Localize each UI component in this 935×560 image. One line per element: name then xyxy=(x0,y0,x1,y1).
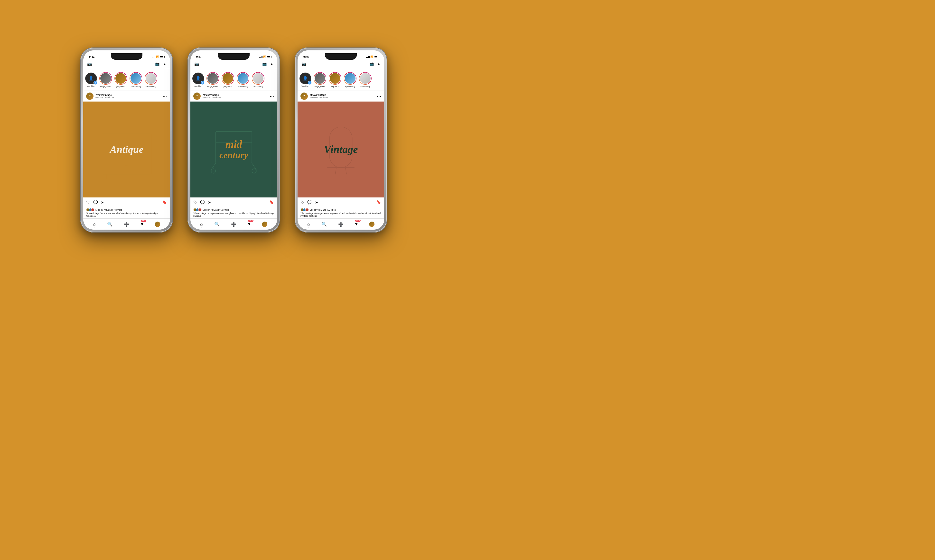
post-actions-3: ♡ 💬 ➤ 🔖 xyxy=(298,197,384,207)
status-icons-3: 📶 xyxy=(366,55,378,58)
send-icon-3[interactable]: ➤ xyxy=(377,62,380,66)
caption-1: 7thavevintage Come in and see what's on … xyxy=(86,212,167,217)
story-spencer-3[interactable]: spencersbg xyxy=(344,72,357,88)
post-text-mid1: mid xyxy=(226,138,242,150)
share-icon-1[interactable]: ➤ xyxy=(101,200,104,204)
comment-icon-2[interactable]: 💬 xyxy=(200,200,205,205)
bookmark-icon-2[interactable]: 🔖 xyxy=(269,200,274,205)
story-helge-3[interactable]: helge_nilsen xyxy=(314,72,326,88)
liked-by-3: Liked by KnE and 455 others xyxy=(310,209,336,211)
nav-heart-wrapper-3[interactable]: ♥ 4 ♥ 3 xyxy=(355,222,358,227)
post-username-1[interactable]: 7thavevintage xyxy=(95,94,161,97)
like-icon-1[interactable]: ♡ xyxy=(86,200,90,205)
bottom-nav-2: ⌂ 🔍 ➕ ♥ 2 ♥ 3 xyxy=(191,218,277,229)
story-label-helge-1: helge_nilsen xyxy=(100,85,111,88)
stories-row-3: 👤 + Your Story helge_nilsen xyxy=(298,69,384,91)
post-more-3[interactable]: ••• xyxy=(377,94,381,98)
nav-search-3[interactable]: 🔍 xyxy=(321,222,327,227)
post-more-2[interactable]: ••• xyxy=(270,94,274,98)
phone-screen-3: 9:45 📶 📷 📺 xyxy=(298,51,384,229)
your-story-1[interactable]: 👤 + Your Story xyxy=(85,72,97,87)
comment-icon-1[interactable]: 💬 xyxy=(93,200,98,205)
story-helge-2[interactable]: helge_nilsen xyxy=(206,72,219,88)
story-label-helge-3: helge_nilsen xyxy=(315,85,326,88)
wifi-3: 📶 xyxy=(371,55,373,58)
time-2: 9:47 xyxy=(196,55,201,58)
story-label-spencer-2: spencersbg xyxy=(238,85,248,88)
bookmark-icon-3[interactable]: 🔖 xyxy=(377,200,381,205)
post-user-info-2: 7thavevintage Nashville, Tennessee xyxy=(203,94,268,98)
story-jesy-2[interactable]: jesy.lee25 xyxy=(221,72,234,88)
comment-icon-3[interactable]: 💬 xyxy=(307,200,312,205)
nav-profile-1[interactable] xyxy=(155,222,160,227)
liked-by-1: Liked by KnE and 674 others xyxy=(95,209,122,211)
igtv-icon-3[interactable]: 📺 xyxy=(369,62,374,66)
stories-row-1: 👤 + Your Story xyxy=(83,69,170,91)
share-icon-2[interactable]: ➤ xyxy=(208,200,211,204)
nav-home-1[interactable]: ⌂ xyxy=(93,222,96,227)
like-icon-3[interactable]: ♡ xyxy=(300,200,304,205)
nav-heart-wrapper-1[interactable]: ♥ 1 ♥ 1 xyxy=(141,222,143,227)
post-actions-1: ♡ 💬 ➤ 🔖 xyxy=(83,197,170,207)
nav-plus-1[interactable]: ➕ xyxy=(124,222,129,227)
phones-container: 9:41 📶 📷 xyxy=(80,48,387,232)
story-jesy-1[interactable]: jesy.lee25 xyxy=(114,72,127,88)
phone-2: 9:47 📶 📷 📺 xyxy=(188,48,280,232)
phone-screen-2: 9:47 📶 📷 📺 xyxy=(191,51,277,229)
nav-search-2[interactable]: 🔍 xyxy=(214,222,220,227)
ig-header-2: 📷 📺 ➤ xyxy=(191,59,277,69)
igtv-icon-1[interactable]: 📺 xyxy=(155,62,160,66)
like-icon-2[interactable]: ♡ xyxy=(193,200,197,205)
your-story-3[interactable]: 👤 + Your Story xyxy=(300,72,311,87)
battery-2 xyxy=(267,56,271,58)
post-info-2: Liked by KnE and 659 others 7thavevintag… xyxy=(191,207,277,218)
liked-row-3: Liked by KnE and 455 others xyxy=(300,208,381,212)
post-text-vintage: Vintage xyxy=(324,144,358,155)
story-creative-3[interactable]: creativelady. xyxy=(359,72,372,88)
ig-header-1: 📷 📺 ➤ xyxy=(83,59,170,69)
story-creative-2[interactable]: creativelady. xyxy=(252,72,265,88)
story-label-creative-3: creativelady. xyxy=(360,85,371,88)
bookmark-icon-1[interactable]: 🔖 xyxy=(162,200,167,205)
post-username-3[interactable]: 7thavevintage xyxy=(310,94,375,97)
status-icons-2: 📶 xyxy=(259,55,271,58)
nav-heart-wrapper-2[interactable]: ♥ 2 ♥ 3 xyxy=(248,222,251,227)
caption-2: 7thavevintage Have you seen our new glas… xyxy=(193,212,274,217)
phone-3: 9:45 📶 📷 📺 xyxy=(295,48,387,232)
story-label-helge-2: helge_nilsen xyxy=(208,85,218,88)
igtv-icon-2[interactable]: 📺 xyxy=(262,62,267,66)
your-story-2[interactable]: 👤 + Your Story xyxy=(192,72,204,87)
wifi-1: 📶 xyxy=(156,55,159,58)
story-creative-1[interactable]: creativelady. xyxy=(145,72,157,88)
time-1: 9:41 xyxy=(89,55,94,58)
phone-1: 9:41 📶 📷 xyxy=(80,48,173,232)
nav-home-2[interactable]: ⌂ xyxy=(200,222,203,227)
camera-icon-2[interactable]: 📷 xyxy=(194,62,199,66)
post-username-2[interactable]: 7thavevintage xyxy=(203,94,268,97)
nav-search-1[interactable]: 🔍 xyxy=(107,222,112,227)
nav-plus-3[interactable]: ➕ xyxy=(338,222,344,227)
story-helge-1[interactable]: helge_nilsen xyxy=(99,72,112,88)
camera-icon-3[interactable]: 📷 xyxy=(301,62,306,66)
story-jesy-3[interactable]: jesy.lee25 xyxy=(329,72,341,88)
your-story-label-1: Your Story xyxy=(87,85,95,87)
nav-profile-3[interactable] xyxy=(369,222,374,227)
story-label-creative-2: creativelady. xyxy=(253,85,263,88)
nav-plus-2[interactable]: ➕ xyxy=(231,222,237,227)
share-icon-3[interactable]: ➤ xyxy=(315,200,318,204)
story-label-creative-1: creativelady. xyxy=(146,85,156,88)
story-spencer-2[interactable]: spencersbg xyxy=(237,72,249,88)
story-spencer-1[interactable]: spencersbg xyxy=(129,72,142,88)
ig-header-3: 📷 📺 ➤ xyxy=(298,59,384,69)
notch-1 xyxy=(111,53,143,60)
signal-2 xyxy=(259,56,263,58)
post-more-1[interactable]: ••• xyxy=(163,94,167,98)
send-icon-1[interactable]: ➤ xyxy=(163,62,166,66)
post-info-1: Liked by KnE and 674 others 7thavevintag… xyxy=(83,207,170,218)
nav-profile-2[interactable] xyxy=(262,222,268,227)
send-icon-2[interactable]: ➤ xyxy=(270,62,273,66)
notif-badge-1: 1 ♥ 1 xyxy=(141,220,146,222)
ig-header-right-1: 📺 ➤ xyxy=(155,62,166,66)
nav-home-3[interactable]: ⌂ xyxy=(307,222,310,227)
camera-icon-1[interactable]: 📷 xyxy=(87,62,92,66)
